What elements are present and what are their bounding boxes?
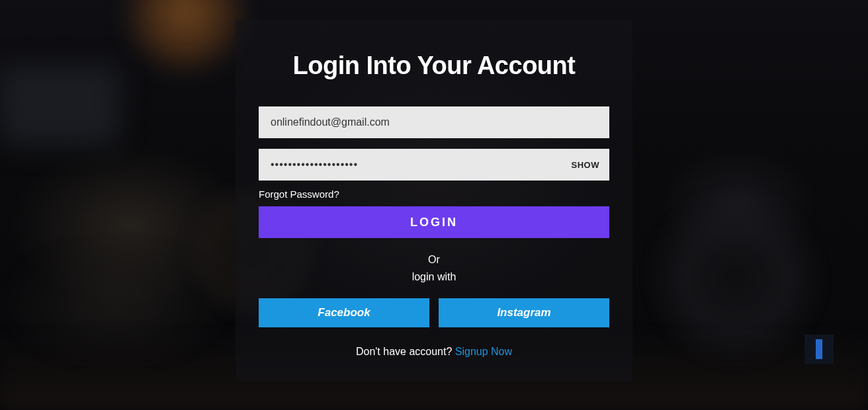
password-input[interactable]	[259, 149, 609, 181]
signup-prompt-line: Don't have account? Signup Now	[259, 346, 609, 358]
or-text: Or	[428, 254, 440, 265]
forgot-password-link[interactable]: Forgot Password?	[259, 188, 609, 200]
scroll-indicator-widget[interactable]	[804, 335, 834, 364]
or-divider: Or login with	[259, 251, 609, 285]
show-password-toggle[interactable]: SHOW	[572, 160, 599, 170]
login-with-text: login with	[412, 271, 456, 282]
scroll-indicator-bar	[816, 339, 822, 359]
login-button[interactable]: LOGIN	[259, 206, 609, 238]
instagram-login-button[interactable]: Instagram	[439, 298, 609, 327]
login-card: Login Into Your Account SHOW Forgot Pass…	[236, 20, 632, 381]
bg-blur-shape	[0, 66, 119, 145]
email-input[interactable]	[259, 106, 609, 138]
login-title: Login Into Your Account	[259, 52, 609, 80]
signup-prompt-text: Don't have account?	[356, 346, 455, 357]
social-login-buttons: Facebook Instagram	[259, 298, 609, 327]
password-wrapper: SHOW	[259, 149, 609, 181]
bg-blur-shape	[0, 245, 232, 364]
facebook-login-button[interactable]: Facebook	[259, 298, 429, 327]
signup-now-link[interactable]: Signup Now	[455, 346, 512, 357]
